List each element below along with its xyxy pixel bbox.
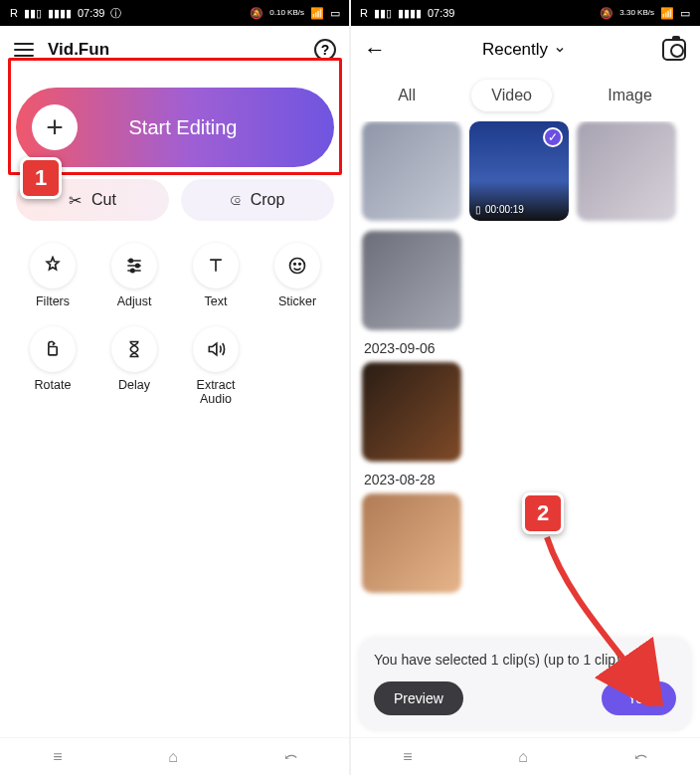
svg-point-2 [131, 269, 134, 272]
tab-video[interactable]: Video [471, 80, 552, 111]
delay-icon [111, 326, 157, 372]
carrier-label: R [360, 7, 368, 19]
carrier-label: R [10, 7, 18, 19]
wifi-icon: 📶 [310, 7, 324, 20]
sticker-tool[interactable]: Sticker [257, 243, 338, 308]
filters-tool[interactable]: Filters [12, 243, 93, 308]
selection-sheet: You have selected 1 clip(s) (up to 1 cli… [358, 638, 692, 731]
video-thumbnail[interactable] [577, 121, 676, 221]
info-icon: ⓘ [110, 6, 121, 21]
extract-audio-tool[interactable]: Extract Audio [175, 326, 257, 406]
album-dropdown[interactable]: Recently [482, 40, 566, 60]
back-button[interactable]: ← [364, 37, 386, 63]
video-thumbnail[interactable] [362, 493, 461, 593]
clock: 07:39 [428, 7, 455, 19]
annotation-step-2: 2 [522, 492, 564, 534]
android-nav-bar: ≡ ⌂ ⤺ [0, 737, 350, 775]
yes-button[interactable]: Yes [602, 681, 676, 715]
adjust-tool[interactable]: Adjust [93, 243, 175, 308]
menu-icon[interactable] [14, 43, 34, 57]
media-picker-screen: R ▮▮▯ ▮▮▮▮ 07:39 🔕 3.30 KB/s 📶 ▭ ← Recen… [350, 0, 700, 775]
status-bar: R ▮▮▯ ▮▮▮▮ 07:39 ⓘ 🔕 0.10 KB/s 📶 ▭ [0, 0, 350, 26]
start-editing-label: Start Editing [78, 116, 334, 139]
svg-rect-6 [49, 347, 57, 355]
svg-point-1 [136, 264, 139, 267]
crop-icon: ⟃ [231, 191, 241, 209]
text-tool[interactable]: Text [175, 243, 257, 308]
tab-all[interactable]: All [378, 80, 436, 111]
chevron-down-icon [554, 44, 566, 56]
recent-apps-icon[interactable]: ≡ [53, 748, 62, 766]
rotate-icon [30, 326, 76, 372]
cut-label: Cut [91, 191, 116, 209]
media-tabs: All Video Image [350, 74, 700, 121]
status-bar: R ▮▮▯ ▮▮▮▮ 07:39 🔕 3.30 KB/s 📶 ▭ [350, 0, 700, 26]
signal-icon: ▮▮▯ [24, 7, 42, 20]
android-nav-bar: ≡ ⌂ ⤺ [350, 737, 700, 775]
video-thumbnail[interactable] [362, 362, 461, 462]
crop-label: Crop [251, 191, 285, 209]
album-label: Recently [482, 40, 548, 60]
extract-audio-icon [193, 326, 239, 372]
mute-icon: 🔕 [250, 7, 263, 20]
home-screen: R ▮▮▯ ▮▮▮▮ 07:39 ⓘ 🔕 0.10 KB/s 📶 ▭ Vid.F… [0, 0, 350, 775]
net-speed: 0.10 KB/s [269, 9, 304, 17]
signal-icon: ▮▮▮▮ [48, 7, 72, 20]
clock: 07:39 [78, 7, 105, 19]
help-icon[interactable]: ? [314, 39, 336, 61]
annotation-step-1: 1 [20, 157, 62, 199]
sticker-icon [274, 243, 320, 289]
start-editing-button[interactable]: + Start Editing [16, 88, 334, 167]
recent-apps-icon[interactable]: ≡ [403, 748, 412, 766]
svg-point-0 [129, 259, 132, 262]
app-bar: Vid.Fun ? [0, 26, 350, 74]
app-title: Vid.Fun [48, 40, 109, 60]
battery-icon: ▭ [680, 7, 690, 20]
svg-point-5 [299, 264, 301, 266]
mute-icon: 🔕 [600, 7, 613, 20]
video-duration: ▯ 00:00:19 [475, 204, 563, 215]
svg-point-3 [290, 259, 305, 274]
plus-icon: + [32, 104, 78, 150]
video-thumbnail[interactable] [362, 231, 461, 330]
home-icon[interactable]: ⌂ [168, 748, 178, 766]
pane-separator [349, 0, 351, 775]
crop-button[interactable]: ⟃ Crop [181, 179, 334, 221]
section-date: 2023-08-28 [364, 472, 688, 487]
preview-button[interactable]: Preview [374, 681, 463, 715]
video-camera-icon: ▯ [475, 204, 481, 215]
selection-text: You have selected 1 clip(s) (up to 1 cli… [374, 652, 676, 668]
battery-icon: ▭ [330, 7, 340, 20]
back-icon[interactable]: ⤺ [284, 747, 297, 766]
filters-icon [30, 243, 76, 289]
text-icon [193, 243, 239, 289]
rotate-tool[interactable]: Rotate [12, 326, 93, 406]
adjust-icon [111, 243, 157, 289]
home-icon[interactable]: ⌂ [518, 748, 528, 766]
net-speed: 3.30 KB/s [619, 9, 654, 17]
signal-icon: ▮▮▮▮ [398, 7, 422, 20]
delay-tool[interactable]: Delay [93, 326, 175, 406]
video-thumbnail-selected[interactable]: ✓ ▯ 00:00:19 [469, 121, 569, 221]
scissors-icon: ✂ [69, 191, 82, 210]
svg-point-4 [294, 264, 296, 266]
video-thumbnail[interactable] [362, 121, 461, 221]
camera-button[interactable] [662, 39, 686, 61]
section-date: 2023-09-06 [364, 340, 688, 356]
wifi-icon: 📶 [660, 7, 674, 20]
gallery[interactable]: ✓ ▯ 00:00:19 2023-09-06 2023-08-28 [350, 121, 700, 678]
tab-image[interactable]: Image [588, 80, 671, 111]
back-icon[interactable]: ⤺ [634, 747, 647, 766]
signal-icon: ▮▮▯ [374, 7, 392, 20]
checkmark-icon: ✓ [543, 127, 563, 147]
